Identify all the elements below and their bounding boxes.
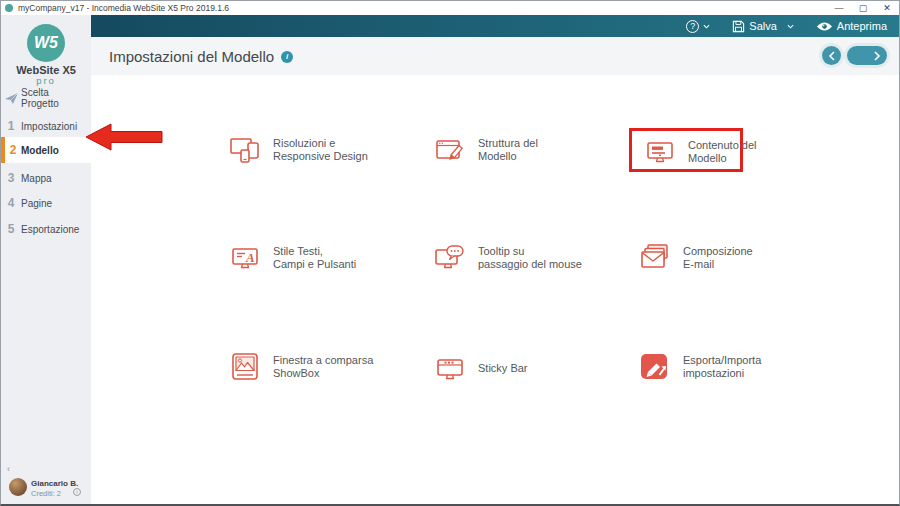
user-credits: Crediti: 2 (31, 489, 61, 498)
template-content-icon (644, 136, 676, 168)
grid-item-label: Sticky Bar (478, 362, 528, 376)
sticky-bar-icon (434, 353, 466, 385)
info-icon[interactable]: i (281, 51, 293, 63)
grid-item-label: Tooltip su passaggio del mouse (478, 245, 582, 272)
collapse-sidebar-icon[interactable]: ‹ (7, 464, 10, 474)
sidebar-item-pagine[interactable]: 4 Pagine (1, 192, 91, 214)
grid-item-label: Stile Testi, Campi e Pulsanti (273, 245, 356, 272)
step-number: 5 (1, 222, 21, 236)
logo-circle-icon: W5 (27, 24, 65, 62)
sidebar-item-label: Modello (21, 145, 59, 156)
help-menu[interactable]: ? (686, 20, 710, 33)
step-number: 3 (1, 171, 21, 185)
template-structure-icon (434, 134, 466, 166)
avatar[interactable] (9, 478, 27, 496)
sidebar-item-impostazioni[interactable]: 1 Impostazioni (1, 115, 91, 137)
grid-item-label: Composizione E-mail (683, 245, 753, 272)
sidebar-item-esportazione[interactable]: 5 Esportazione (1, 218, 91, 240)
window-title: myCompany_v17 - Incomedia WebSite X5 Pro… (18, 3, 229, 13)
preview-label: Anteprima (837, 20, 887, 32)
sidebar: W5 WebSite X5 pro Scelta Progetto 1 Impo… (1, 15, 91, 504)
user-area: ‹ Giancarlo B. Crediti: 2 i (1, 476, 91, 500)
grid-item-label: Struttura del Modello (478, 137, 538, 164)
grid-item-email[interactable]: Composizione E-mail (639, 242, 753, 274)
tooltip-icon (434, 242, 466, 274)
eye-icon (816, 21, 833, 32)
paper-plane-icon (1, 92, 21, 105)
step-number: 2 (5, 143, 21, 157)
grid-item-tooltip[interactable]: Tooltip su passaggio del mouse (434, 242, 582, 274)
showbox-icon (229, 351, 261, 383)
sidebar-item-label: Impostazioni (21, 121, 77, 132)
sidebar-item-label: Mappa (21, 173, 52, 184)
sidebar-item-modello[interactable]: 2 Modello (1, 137, 91, 163)
grid-item-esporta-importa[interactable]: Esporta/Importa impostazioni (639, 351, 761, 383)
step-number: 4 (1, 196, 21, 210)
close-button[interactable]: ✕ (875, 1, 899, 15)
grid-item-risoluzioni[interactable]: Risoluzioni e Responsive Design (229, 134, 368, 166)
responsive-design-icon (229, 134, 261, 166)
email-icon (639, 242, 671, 274)
credits-info-icon[interactable]: i (73, 488, 81, 496)
grid-item-label: Finestra a comparsa ShowBox (273, 354, 373, 381)
next-button[interactable] (847, 46, 887, 65)
chevron-left-icon (828, 51, 836, 61)
app-icon (5, 4, 13, 12)
grid-item-struttura[interactable]: Struttura del Modello (434, 134, 538, 166)
export-import-icon (639, 351, 671, 383)
chevron-right-icon (873, 51, 881, 61)
grid-item-stile-testi[interactable]: A Stile Testi, Campi e Pulsanti (229, 242, 356, 274)
sidebar-item-label: Esportazione (21, 224, 79, 235)
text-style-icon: A (229, 242, 261, 274)
app-window: myCompany_v17 - Incomedia WebSite X5 Pro… (0, 0, 900, 506)
help-icon: ? (686, 20, 699, 33)
minimize-button[interactable]: — (827, 1, 851, 15)
preview-button[interactable]: Anteprima (816, 20, 887, 32)
step-number: 1 (1, 119, 21, 133)
maximize-button[interactable]: ▢ (851, 1, 875, 15)
floppy-disk-icon (732, 20, 745, 33)
page-title-text: Impostazioni del Modello (109, 48, 274, 65)
chevron-down-icon (703, 24, 710, 29)
svg-text:A: A (245, 250, 255, 265)
page-header: Impostazioni del Modello i (91, 37, 899, 75)
logo: W5 WebSite X5 pro (1, 15, 91, 86)
user-name: Giancarlo B. (31, 479, 78, 488)
back-button[interactable] (822, 46, 841, 65)
grid-item-label: Contenuto del Modello (688, 139, 757, 166)
command-bar: ? Salva Anteprima (91, 15, 899, 37)
grid-item-label: Risoluzioni e Responsive Design (273, 137, 368, 164)
sidebar-item-mappa[interactable]: 3 Mappa (1, 167, 91, 189)
sidebar-item-label: Scelta Progetto (21, 87, 73, 109)
grid-item-label: Esporta/Importa impostazioni (683, 354, 761, 381)
grid-item-contenuto[interactable]: Contenuto del Modello (644, 136, 757, 168)
page-title: Impostazioni del Modello i (109, 48, 293, 65)
sidebar-item-scelta-progetto[interactable]: Scelta Progetto (1, 83, 91, 113)
grid-item-showbox[interactable]: Finestra a comparsa ShowBox (229, 351, 373, 383)
title-bar: myCompany_v17 - Incomedia WebSite X5 Pro… (1, 1, 899, 15)
save-button[interactable]: Salva (732, 20, 794, 33)
annotation-arrow (85, 122, 163, 152)
settings-grid: Risoluzioni e Responsive Design Struttur… (91, 75, 899, 504)
chevron-down-icon (787, 24, 794, 29)
sidebar-item-label: Pagine (21, 198, 52, 209)
grid-item-sticky-bar[interactable]: Sticky Bar (434, 353, 528, 385)
save-label: Salva (749, 20, 777, 32)
